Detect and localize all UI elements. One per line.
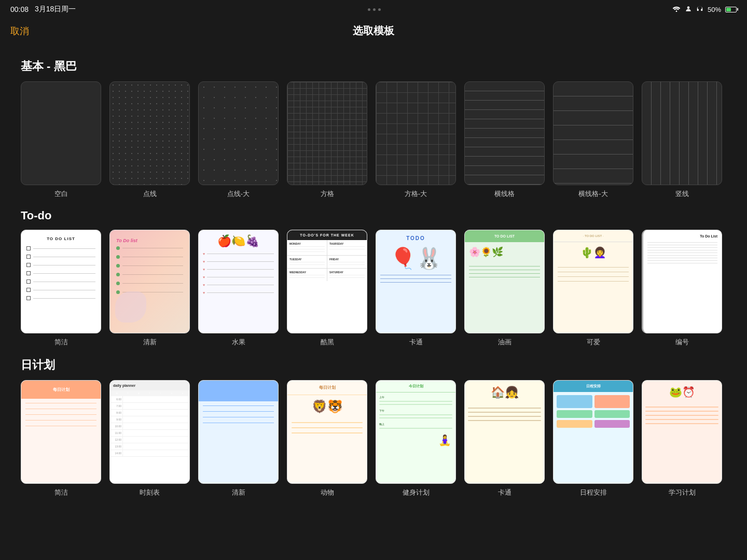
section-title-basic: 基本 - 黑巴 xyxy=(21,59,726,74)
header: 取消 选取模板 xyxy=(0,19,747,43)
thumb-daily-schedule: daily planner MTWTFSS 6:00 7:00 8:00 9:0… xyxy=(109,380,190,484)
thumb-todo-simple: TO DO LIST xyxy=(21,230,101,333)
label-daily-fitness: 健身计划 xyxy=(403,488,430,497)
template-daily-arrange[interactable]: 日程安排 日程安排 xyxy=(553,380,633,497)
template-todo-fresh[interactable]: To Do list 清新 xyxy=(109,230,190,347)
label-todo-fruit: 水果 xyxy=(232,338,245,347)
thumb-hline-large xyxy=(553,81,633,185)
thumb-todo-cool: TO-DO'S FOR THE WEEK MONDAY THURSDAY xyxy=(287,230,367,333)
battery-bar xyxy=(725,7,737,12)
thumb-grid-large xyxy=(376,81,456,185)
template-hline[interactable]: 横线格 xyxy=(464,81,545,199)
status-bar: 00:08 3月18日周一 50% xyxy=(0,0,747,19)
template-daily-simple[interactable]: 每日计划 简洁 xyxy=(21,380,101,497)
label-vline: 竖线 xyxy=(675,189,689,199)
template-todo-cartoon[interactable]: TODO 🎈🐰 卡通 xyxy=(376,230,456,347)
page-title: 选取模板 xyxy=(353,24,394,38)
thumb-daily-fresh xyxy=(198,380,279,484)
thumb-todo-fresh: To Do list xyxy=(109,230,190,333)
template-dot[interactable]: 点线 xyxy=(109,81,190,199)
template-blank[interactable]: 空白 xyxy=(21,81,101,199)
section-title-todo: To-do xyxy=(21,209,726,222)
template-grid[interactable]: 方格 xyxy=(287,81,367,199)
label-todo-cartoon: 卡通 xyxy=(409,338,423,347)
template-daily-fresh[interactable]: 清新 xyxy=(198,380,279,497)
thumb-daily-simple: 每日计划 xyxy=(21,380,101,484)
label-daily-schedule: 时刻表 xyxy=(140,488,160,497)
template-todo-cool[interactable]: TO-DO'S FOR THE WEEK MONDAY THURSDAY xyxy=(287,230,367,347)
template-daily-schedule[interactable]: daily planner MTWTFSS 6:00 7:00 8:00 9:0… xyxy=(109,380,190,497)
status-left: 00:08 3月18日周一 xyxy=(10,5,76,14)
thumb-daily-animal: 每日计划 🦁🐯 xyxy=(287,380,367,484)
dot2 xyxy=(373,8,376,11)
thumb-daily-arrange: 日程安排 xyxy=(553,380,633,484)
label-daily-simple: 简洁 xyxy=(54,488,68,497)
template-todo-cute[interactable]: · TO DO LIST · 🌵👩‍🦱 可爱 xyxy=(553,230,633,347)
time: 00:08 xyxy=(10,5,29,13)
label-todo-cool: 酷黑 xyxy=(321,338,334,347)
wifi-icon xyxy=(672,6,681,13)
status-right: 50% xyxy=(672,5,737,14)
template-todo-oil[interactable]: TO DO LIST 🌸🌻🌿 油画 xyxy=(464,230,545,347)
template-hline-large[interactable]: 横线格-大 xyxy=(553,81,633,199)
template-todo-simple[interactable]: TO DO LIST 简洁 xyxy=(21,230,101,347)
template-grid-large[interactable]: 方格-大 xyxy=(376,81,456,199)
label-daily-cartoon: 卡通 xyxy=(498,488,511,497)
template-daily-cartoon[interactable]: 🏠👧 卡通 xyxy=(464,380,545,497)
battery-percent: 50% xyxy=(708,6,721,13)
thumb-hline xyxy=(464,81,545,185)
label-todo-cute: 可爱 xyxy=(587,338,600,347)
thumb-todo-cartoon: TODO 🎈🐰 xyxy=(376,230,456,333)
thumb-daily-fitness: 今日计划 上午 下午 晚上 🧘‍♀️ xyxy=(376,380,456,484)
status-dots xyxy=(368,8,381,11)
thumb-todo-code: To Do List xyxy=(642,230,722,333)
daily-template-row: 每日计划 简洁 daily planner MTWTFSS 6:00 7:00 xyxy=(21,380,726,497)
cancel-button[interactable]: 取消 xyxy=(10,25,29,37)
headphone-icon xyxy=(696,5,703,14)
template-daily-animal[interactable]: 每日计划 🦁🐯 动物 xyxy=(287,380,367,497)
dot1 xyxy=(368,8,370,11)
dot3 xyxy=(378,8,381,11)
date: 3月18日周一 xyxy=(35,5,76,14)
battery-fill xyxy=(726,8,731,11)
label-daily-animal: 动物 xyxy=(321,488,334,497)
label-hline: 横线格 xyxy=(494,189,515,199)
svg-point-0 xyxy=(676,10,677,12)
label-grid: 方格 xyxy=(321,189,334,199)
template-dot-large[interactable]: 点线-大 xyxy=(198,81,279,199)
todo-template-row: TO DO LIST 简洁 To Do list xyxy=(21,230,726,347)
label-daily-fresh: 清新 xyxy=(232,488,245,497)
template-todo-code[interactable]: To Do List 编号 xyxy=(642,230,722,347)
template-daily-study[interactable]: 🐸⏰ 学习计划 xyxy=(642,380,722,497)
label-daily-study: 学习计划 xyxy=(669,488,696,497)
template-vline[interactable]: 竖线 xyxy=(642,81,722,199)
section-title-daily: 日计划 xyxy=(21,357,726,373)
label-grid-large: 方格-大 xyxy=(405,189,427,199)
thumb-todo-oil: TO DO LIST 🌸🌻🌿 xyxy=(464,230,545,333)
thumb-todo-fruit: 🍎🍋🍇 ♥ ♥ ♥ ♥ ♥ ♥ xyxy=(198,230,279,333)
basic-template-row: 空白 点线 点线-大 方格 方格-大 横线格 横线格-大 xyxy=(21,81,726,199)
thumb-daily-cartoon: 🏠👧 xyxy=(464,380,545,484)
user-icon xyxy=(685,5,692,14)
thumb-vline xyxy=(642,81,722,185)
template-todo-fruit[interactable]: 🍎🍋🍇 ♥ ♥ ♥ ♥ ♥ ♥ 水果 xyxy=(198,230,279,347)
label-todo-code: 编号 xyxy=(675,338,689,347)
label-dot: 点线 xyxy=(143,189,157,199)
label-dot-large: 点线-大 xyxy=(227,189,250,199)
label-hline-large: 横线格-大 xyxy=(578,189,607,199)
svg-point-1 xyxy=(687,6,690,9)
content-area: 基本 - 黑巴 空白 点线 点线-大 方格 方格-大 横线格 xyxy=(0,43,747,518)
label-daily-arrange: 日程安排 xyxy=(580,488,607,497)
label-todo-simple: 简洁 xyxy=(54,338,68,347)
label-todo-fresh: 清新 xyxy=(143,338,157,347)
thumb-dot xyxy=(109,81,190,185)
thumb-blank xyxy=(21,81,101,185)
thumb-daily-study: 🐸⏰ xyxy=(642,380,722,484)
thumb-grid xyxy=(287,81,367,185)
thumb-dot-large xyxy=(198,81,279,185)
thumb-todo-cute: · TO DO LIST · 🌵👩‍🦱 xyxy=(553,230,633,333)
label-todo-oil: 油画 xyxy=(498,338,511,347)
label-blank: 空白 xyxy=(54,189,68,199)
template-daily-fitness[interactable]: 今日计划 上午 下午 晚上 🧘‍♀️ 健身计划 xyxy=(376,380,456,497)
